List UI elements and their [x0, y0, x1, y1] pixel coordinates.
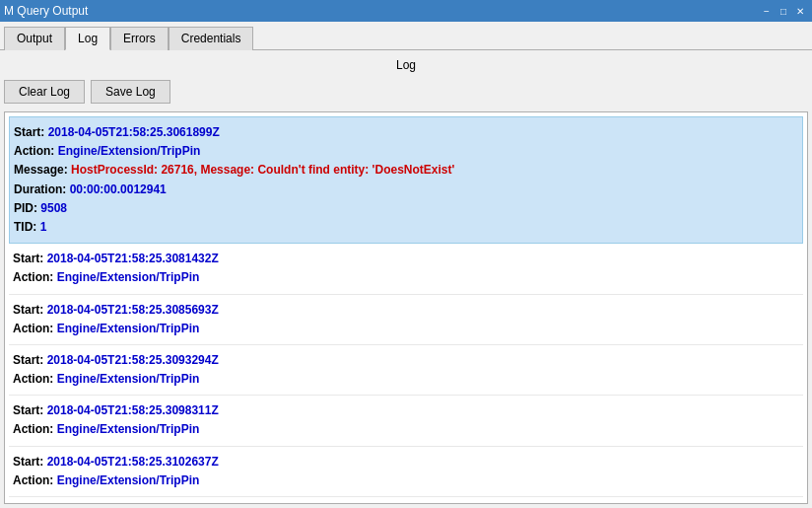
tab-output[interactable]: Output — [4, 27, 65, 50]
log-field-value: 00:00:00.0012941 — [70, 182, 167, 196]
clear-log-button[interactable]: Clear Log — [4, 80, 85, 104]
log-field-key: Start: — [13, 252, 47, 265]
save-log-button[interactable]: Save Log — [91, 80, 170, 104]
log-field-value: Engine/Extension/TripPin — [57, 473, 200, 487]
log-field-key: Message: — [14, 163, 71, 177]
log-field-key: Start: — [14, 125, 48, 139]
log-entry[interactable]: Start: 2018-04-05T21:58:25.3102637ZActio… — [9, 447, 803, 497]
window-title: M Query Output — [4, 4, 88, 18]
log-entry[interactable]: Start: 2018-04-05T21:58:25.3085693ZActio… — [9, 295, 803, 345]
log-field-key: Start: — [13, 303, 47, 317]
log-field-value: 2018-04-05T21:58:25.3102637Z — [47, 455, 219, 469]
log-field-value: Engine/Extension/TripPin — [57, 270, 200, 284]
log-field-value: 1 — [40, 220, 47, 234]
log-field-key: Action: — [13, 322, 57, 335]
log-field-key: Action: — [13, 270, 57, 284]
log-field-value: Engine/Extension/TripPin — [57, 372, 200, 386]
log-field-key: Start: — [13, 455, 47, 469]
log-field-value: 2018-04-05T21:58:25.3081432Z — [47, 252, 219, 265]
log-field-key: Start: — [13, 403, 47, 417]
maximize-button[interactable]: □ — [776, 4, 791, 18]
log-field-value: 2018-04-05T21:58:25.3093294Z — [47, 353, 219, 367]
log-field-value: HostProcessId: 26716, Message: Couldn't … — [71, 163, 454, 177]
toolbar: Clear Log Save Log — [4, 80, 808, 104]
window-body: OutputLogErrorsCredentials Log Clear Log… — [0, 22, 812, 508]
log-field-value: Engine/Extension/TripPin — [57, 422, 200, 436]
content-area: Log Clear Log Save Log Start: 2018-04-05… — [0, 50, 812, 508]
log-field-value: Engine/Extension/TripPin — [57, 322, 200, 335]
log-entry[interactable]: Start: 2018-04-05T21:58:25.3093294ZActio… — [9, 345, 803, 396]
close-button[interactable]: ✕ — [792, 4, 808, 18]
log-field-key: Action: — [13, 372, 57, 386]
log-field-key: Action: — [13, 473, 57, 487]
minimize-button[interactable]: − — [759, 4, 775, 18]
tab-errors[interactable]: Errors — [110, 27, 169, 50]
log-field-key: Action: — [14, 144, 58, 158]
log-field-key: TID: — [14, 220, 40, 234]
log-field-key: Duration: — [14, 182, 70, 196]
log-area[interactable]: Start: 2018-04-05T21:58:25.3061899ZActio… — [4, 111, 808, 504]
log-entry[interactable]: Start: 2018-04-05T21:58:25.3061899ZActio… — [9, 116, 803, 244]
tab-credentials[interactable]: Credentials — [169, 27, 254, 50]
title-bar: M Query Output − □ ✕ — [0, 0, 812, 22]
tab-log[interactable]: Log — [65, 27, 110, 50]
log-field-value: Engine/Extension/TripPin — [58, 144, 201, 158]
log-field-key: Start: — [13, 353, 47, 367]
log-entry[interactable]: Start: 2018-04-05T21:58:25.3081432ZActio… — [9, 244, 803, 294]
log-entry[interactable]: Start: 2018-04-05T21:58:25.3109267Z — [9, 497, 803, 504]
log-entry[interactable]: Start: 2018-04-05T21:58:25.3098311ZActio… — [9, 396, 803, 446]
log-title: Log — [4, 54, 808, 80]
log-field-value: 2018-04-05T21:58:25.3098311Z — [47, 403, 219, 417]
log-field-value: 2018-04-05T21:58:25.3085693Z — [47, 303, 219, 317]
log-field-key: PID: — [14, 201, 40, 215]
log-field-value: 2018-04-05T21:58:25.3061899Z — [48, 125, 220, 139]
tab-bar: OutputLogErrorsCredentials — [0, 22, 812, 50]
log-field-value: 9508 — [40, 201, 67, 215]
log-field-key: Action: — [13, 422, 57, 436]
